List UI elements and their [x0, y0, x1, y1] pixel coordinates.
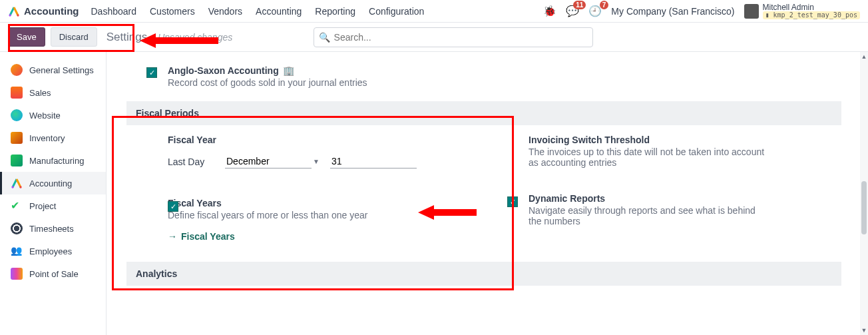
- sales-icon: [11, 87, 23, 99]
- accounting-icon: [11, 177, 23, 189]
- avatar-icon: [744, 4, 759, 19]
- activities-icon[interactable]: 🕘7: [588, 5, 602, 17]
- sidebar-item-project[interactable]: Project: [0, 194, 106, 217]
- fiscal-year-title: Fiscal Year: [168, 135, 481, 145]
- sidebar-item-website[interactable]: Website: [0, 104, 106, 127]
- messages-icon[interactable]: 💬11: [566, 5, 579, 17]
- company-switcher[interactable]: My Company (San Francisco): [611, 6, 734, 17]
- svg-point-4: [19, 186, 21, 188]
- arrow-right-icon: →: [168, 231, 177, 242]
- debug-icon[interactable]: 🐞: [543, 5, 556, 17]
- scrollbar[interactable]: ▲ ▼: [860, 52, 868, 335]
- inventory-icon: [11, 132, 23, 144]
- nav-dashboard[interactable]: Dashboard: [91, 6, 137, 17]
- chevron-down-icon: ▼: [313, 158, 320, 165]
- sidebar-item-sales[interactable]: Sales: [0, 81, 106, 104]
- timesheets-icon: [11, 222, 23, 234]
- svg-point-3: [11, 186, 13, 188]
- fiscal-month-select[interactable]: [225, 155, 312, 168]
- save-button[interactable]: Save: [8, 27, 45, 47]
- settings-content: ✓ Anglo-Saxon Accounting 🏢 Record cost o…: [107, 52, 860, 335]
- employees-icon: [11, 245, 23, 257]
- page-title: Settings: [107, 31, 147, 44]
- project-icon: [11, 200, 23, 212]
- user-menu[interactable]: Mitchell Admin ▮ kmp_2_test_may_30_pos: [744, 3, 860, 19]
- unsaved-indicator: Unsaved changes: [158, 32, 232, 43]
- action-bar: Save Discard Settings Unsaved changes 🔍: [0, 23, 868, 52]
- settings-sidebar: General Settings Sales Website Inventory…: [0, 52, 107, 335]
- fiscal-years-subtitle: Define fiscal years of more or less than…: [168, 210, 481, 220]
- sidebar-item-manufacturing[interactable]: Manufacturing: [0, 149, 106, 172]
- anglo-saxon-subtitle: Record cost of goods sold in your journa…: [168, 77, 367, 88]
- sidebar-item-accounting[interactable]: Accounting: [0, 172, 106, 194]
- scroll-down-icon[interactable]: ▼: [861, 326, 867, 335]
- sidebar-item-timesheets[interactable]: Timesheets: [0, 217, 106, 240]
- scrollbar-thumb[interactable]: [861, 181, 867, 234]
- fiscal-years-checkbox[interactable]: ✓: [168, 201, 178, 212]
- setting-anglo-saxon: ✓ Anglo-Saxon Accounting 🏢 Record cost o…: [126, 59, 841, 96]
- nav-menu: Dashboard Customers Vendors Accounting R…: [91, 6, 425, 17]
- website-icon: [11, 109, 23, 121]
- sidebar-item-employees[interactable]: Employees: [0, 240, 106, 262]
- app-brand[interactable]: Accounting: [8, 5, 79, 17]
- section-analytics: Analytics: [126, 262, 841, 286]
- messages-badge: 11: [573, 1, 586, 9]
- sidebar-item-general-settings[interactable]: General Settings: [0, 59, 106, 81]
- search-icon: 🔍: [319, 32, 330, 43]
- last-day-label: Last Day: [168, 157, 214, 167]
- invoicing-threshold-title: Invoicing Switch Threshold: [529, 135, 841, 145]
- svg-point-0: [9, 14, 11, 16]
- user-name: Mitchell Admin: [763, 3, 860, 11]
- nav-vendors[interactable]: Vendors: [208, 6, 242, 17]
- building-icon: 🏢: [283, 65, 294, 76]
- discard-button[interactable]: Discard: [51, 27, 97, 47]
- anglo-saxon-title: Anglo-Saxon Accounting: [168, 65, 279, 76]
- fiscal-years-link[interactable]: → Fiscal Years: [168, 231, 481, 242]
- nav-configuration[interactable]: Configuration: [369, 6, 424, 17]
- activities-badge: 7: [600, 1, 609, 9]
- main-navbar: Accounting Dashboard Customers Vendors A…: [0, 0, 868, 23]
- pos-icon: [11, 268, 23, 280]
- anglo-saxon-checkbox[interactable]: ✓: [146, 67, 157, 78]
- manufacturing-icon: [11, 155, 23, 167]
- app-logo-icon: [8, 5, 20, 17]
- fiscal-years-title: Fiscal Years: [168, 198, 481, 208]
- database-badge: ▮ kmp_2_test_may_30_pos: [763, 11, 860, 19]
- dynamic-reports-subtitle: Navigate easily through reports and see …: [529, 205, 768, 226]
- nav-reporting[interactable]: Reporting: [315, 6, 355, 17]
- dynamic-reports-checkbox[interactable]: ✓: [507, 196, 518, 207]
- section-fiscal-periods: Fiscal Periods: [126, 101, 841, 125]
- fiscal-day-input[interactable]: [330, 155, 417, 168]
- svg-point-1: [17, 14, 19, 16]
- general-settings-icon: [11, 64, 23, 76]
- dynamic-reports-title: Dynamic Reports: [529, 193, 841, 204]
- nav-customers[interactable]: Customers: [150, 6, 195, 17]
- nav-accounting[interactable]: Accounting: [256, 6, 302, 17]
- search-input[interactable]: [314, 27, 593, 47]
- scroll-up-icon[interactable]: ▲: [861, 52, 867, 61]
- sidebar-item-inventory[interactable]: Inventory: [0, 127, 106, 149]
- sidebar-item-point-of-sale[interactable]: Point of Sale: [0, 262, 106, 285]
- app-name: Accounting: [24, 5, 79, 17]
- invoicing-threshold-subtitle: The invoices up to this date will not be…: [529, 147, 768, 168]
